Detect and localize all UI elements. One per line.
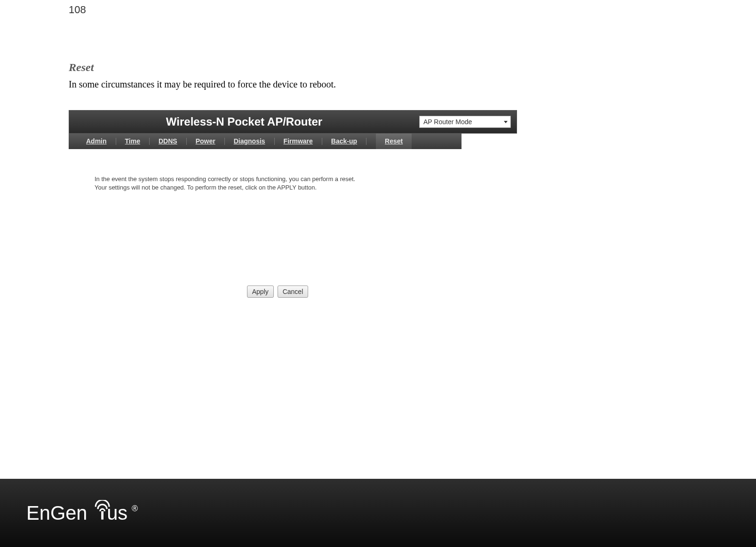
header-title: Wireless-N Pocket AP/Router [69,115,419,128]
tab-ddns[interactable]: DDNS [150,138,187,145]
tab-reset[interactable]: Reset [376,134,412,149]
mode-select-value: AP Router Mode [423,118,472,126]
tab-diagnosis[interactable]: Diagnosis [225,138,275,145]
tab-bar: Admin Time DDNS Power Diagnosis Firmware… [69,134,462,149]
svg-text:EnGen: EnGen [26,501,88,523]
cancel-button[interactable]: Cancel [278,285,309,298]
content-line-1: In the event the system stops responding… [95,175,355,182]
content-line-2: Your settings will not be changed. To pe… [95,184,317,191]
section-title: Reset [69,61,94,74]
page-number: 108 [69,4,86,16]
reset-instruction-text: In the event the system stops responding… [95,175,503,191]
header-bar: Wireless-N Pocket AP/Router AP Router Mo… [69,110,517,134]
svg-text:us: us [107,501,127,523]
tab-admin[interactable]: Admin [77,138,116,145]
button-row: Apply Cancel [95,285,503,298]
content-area: In the event the system stops responding… [69,149,517,307]
footer-bar: EnGen us ® [0,479,756,547]
tab-time[interactable]: Time [116,138,150,145]
mode-select-dropdown[interactable]: AP Router Mode [419,116,511,128]
chevron-down-icon [504,121,508,123]
engenius-logo: EnGen us ® [26,500,147,526]
svg-rect-1 [101,511,103,520]
router-admin-panel: Wireless-N Pocket AP/Router AP Router Mo… [69,110,517,307]
tab-backup[interactable]: Back-up [322,138,366,145]
svg-text:®: ® [132,504,138,513]
section-description: In some circumstances it may be required… [69,79,336,90]
tab-power[interactable]: Power [187,138,225,145]
tab-firmware[interactable]: Firmware [275,138,322,145]
apply-button[interactable]: Apply [247,285,274,298]
